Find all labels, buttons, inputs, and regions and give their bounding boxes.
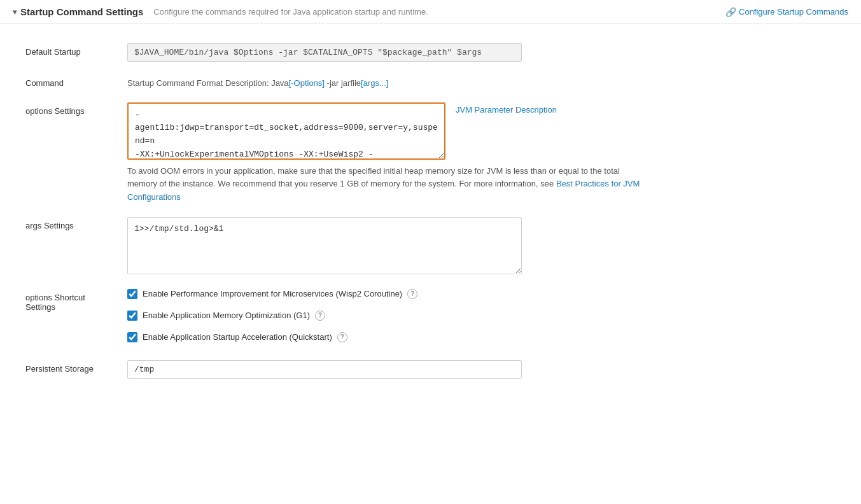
default-startup-label: Default Startup (25, 43, 127, 57)
header-title-group: ▾ Startup Command Settings (13, 6, 143, 17)
persistent-storage-label: Persistent Storage (25, 360, 127, 374)
g1-help-icon[interactable]: ? (315, 311, 325, 321)
args-settings-value-wrapper: 1>>/tmp/std.log>&1 (127, 217, 836, 276)
command-options-link[interactable]: [-Options] (289, 78, 325, 88)
page-header: ▾ Startup Command Settings Configure the… (0, 0, 861, 24)
default-startup-value-wrapper (127, 43, 836, 62)
checkbox-quickstart-row: Enable Application Startup Acceleration … (127, 332, 836, 342)
persistent-storage-row: Persistent Storage (25, 360, 836, 379)
command-args-link[interactable]: [args...] (361, 78, 388, 88)
header-description: Configure the commands required for Java… (153, 7, 428, 17)
oom-warning-text: To avoid OOM errors in your application,… (127, 165, 649, 204)
checkbox-quickstart[interactable] (127, 332, 137, 342)
options-shortcut-value-wrapper: Enable Performance Improvement for Micro… (127, 289, 836, 354)
main-content: Default Startup Command Startup Command … (0, 24, 861, 504)
checkbox-wisp2-label: Enable Performance Improvement for Micro… (143, 289, 402, 298)
persistent-storage-value-wrapper (127, 360, 836, 379)
options-settings-value-wrapper: -agentlib:jdwp=transport=dt_socket,addre… (127, 102, 836, 204)
args-settings-row: args Settings 1>>/tmp/std.log>&1 (25, 217, 836, 276)
options-textarea-group: -agentlib:jdwp=transport=dt_socket,addre… (127, 102, 836, 160)
checkbox-quickstart-label: Enable Application Startup Acceleration … (143, 332, 332, 342)
options-shortcut-label-line2: Settings (25, 302, 127, 312)
options-shortcut-label: options Shortcut Settings (25, 289, 127, 312)
command-desc-prefix: Startup Command Format Description: Java (127, 78, 289, 88)
default-startup-input (127, 43, 522, 62)
checkbox-g1-row: Enable Application Memory Optimization (… (127, 311, 836, 321)
wisp2-help-icon[interactable]: ? (407, 289, 417, 299)
checkbox-wisp2[interactable] (127, 289, 137, 299)
options-shortcut-label-line1: options Shortcut (25, 293, 127, 302)
options-settings-textarea[interactable]: -agentlib:jdwp=transport=dt_socket,addre… (127, 102, 445, 160)
command-desc-middle: -jar jarfile (325, 78, 361, 88)
command-row: Command Startup Command Format Descripti… (25, 74, 836, 90)
configure-startup-link-text: Configure Startup Commands (739, 7, 848, 17)
jvm-parameter-link[interactable]: JVM Parameter Description (456, 102, 557, 115)
options-settings-label: options Settings (25, 102, 127, 116)
page-title: Startup Command Settings (20, 6, 143, 17)
oom-warning-prefix: To avoid OOM errors in your application,… (127, 166, 620, 189)
checkbox-wisp2-row: Enable Performance Improvement for Micro… (127, 289, 836, 299)
default-startup-row: Default Startup (25, 43, 836, 62)
chevron-icon: ▾ (13, 8, 17, 17)
args-settings-textarea[interactable]: 1>>/tmp/std.log>&1 (127, 217, 522, 274)
quickstart-help-icon[interactable]: ? (337, 332, 347, 342)
link-icon: 🔗 (725, 7, 736, 17)
command-label: Command (25, 74, 127, 88)
configure-startup-link[interactable]: 🔗 Configure Startup Commands (725, 7, 848, 17)
command-description: Startup Command Format Description: Java… (127, 74, 836, 90)
persistent-storage-input[interactable] (127, 360, 522, 379)
options-settings-row: options Settings -agentlib:jdwp=transpor… (25, 102, 836, 204)
options-shortcut-row: options Shortcut Settings Enable Perform… (25, 289, 836, 354)
checkbox-g1-label: Enable Application Memory Optimization (… (143, 311, 310, 320)
checkbox-g1[interactable] (127, 311, 137, 321)
args-settings-label: args Settings (25, 217, 127, 230)
